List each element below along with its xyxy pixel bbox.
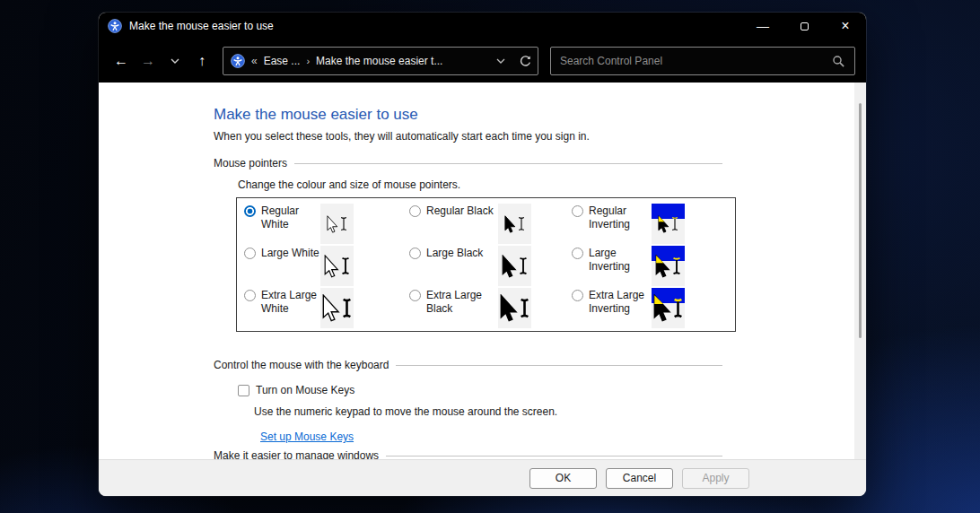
dialog-footer: OK Cancel Apply bbox=[99, 459, 866, 496]
refresh-icon[interactable] bbox=[519, 55, 532, 68]
settings-page: Make the mouse easier to use When you se… bbox=[99, 83, 866, 459]
pointer-option-extra-large-white[interactable]: Extra Large White bbox=[244, 287, 409, 329]
pointer-preview-white bbox=[320, 246, 354, 286]
radio-button[interactable] bbox=[572, 290, 583, 301]
pointer-preview-inverting bbox=[652, 246, 685, 286]
minimize-button[interactable]: — bbox=[742, 13, 783, 39]
ease-of-access-icon bbox=[108, 19, 122, 33]
pointer-option-extra-large-black[interactable]: Extra Large Black bbox=[409, 287, 572, 329]
breadcrumb-current-page[interactable]: Make the mouse easier t... bbox=[316, 55, 442, 67]
mouse-keys-hint: Use the numeric keypad to move the mouse… bbox=[254, 405, 722, 418]
pointer-option-large-inverting[interactable]: Large Inverting bbox=[572, 245, 735, 287]
pointer-option-label: Extra Large White bbox=[261, 289, 320, 316]
forward-button[interactable]: → bbox=[135, 53, 162, 69]
manage-windows-group-header: Make it easier to manage windows bbox=[214, 449, 722, 459]
caption-controls: — × bbox=[742, 13, 866, 39]
group-rule bbox=[294, 163, 722, 164]
pointer-option-label: Extra Large Inverting bbox=[589, 289, 652, 316]
pointer-option-label: Large White bbox=[261, 247, 320, 260]
page-title: Make the mouse easier to use bbox=[214, 83, 722, 124]
pointer-options-grid: Regular White Regular Black Regular Inve… bbox=[236, 197, 736, 332]
pointer-option-regular-white[interactable]: Regular White bbox=[244, 203, 409, 245]
apply-button[interactable]: Apply bbox=[682, 468, 749, 489]
mouse-keys-checkbox-label: Turn on Mouse Keys bbox=[256, 384, 354, 396]
pointer-option-extra-large-inverting[interactable]: Extra Large Inverting bbox=[572, 287, 735, 329]
pointer-option-regular-inverting[interactable]: Regular Inverting bbox=[572, 203, 735, 245]
pointer-preview-white bbox=[320, 204, 354, 244]
ok-button[interactable]: OK bbox=[529, 468, 597, 489]
radio-button[interactable] bbox=[409, 248, 421, 259]
pointer-option-label: Regular White bbox=[261, 204, 320, 231]
control-panel-window: Make the mouse easier to use — × ← → ↑ «… bbox=[99, 13, 866, 496]
address-dropdown-chevron-icon[interactable] bbox=[495, 57, 506, 65]
address-bar[interactable]: « Ease ... › Make the mouse easier t... bbox=[223, 47, 538, 75]
radio-button[interactable] bbox=[409, 205, 421, 217]
pointer-option-regular-black[interactable]: Regular Black bbox=[409, 203, 572, 245]
window-title: Make the mouse easier to use bbox=[129, 20, 274, 32]
radio-button[interactable] bbox=[244, 248, 256, 259]
mouse-keys-group-header: Control the mouse with the keyboard bbox=[214, 359, 722, 371]
pointer-preview-black bbox=[498, 288, 531, 328]
up-button[interactable]: ↑ bbox=[188, 53, 215, 69]
page-subtitle: When you select these tools, they will a… bbox=[214, 130, 722, 143]
pointers-description: Change the colour and size of mouse poin… bbox=[238, 178, 722, 191]
search-input[interactable] bbox=[560, 55, 832, 67]
vertical-scrollbar[interactable] bbox=[854, 83, 866, 459]
breadcrumb-ease-of-access[interactable]: Ease ... bbox=[264, 55, 301, 67]
pointer-option-label: Regular Inverting bbox=[589, 204, 652, 231]
radio-button[interactable] bbox=[572, 248, 583, 259]
pointer-option-label: Large Black bbox=[426, 247, 498, 260]
turn-on-mouse-keys-row[interactable]: Turn on Mouse Keys bbox=[238, 384, 722, 396]
maximize-icon bbox=[801, 22, 809, 30]
scrollbar-thumb[interactable] bbox=[859, 103, 862, 338]
pointer-preview-inverting bbox=[652, 204, 685, 244]
breadcrumb-overflow[interactable]: « bbox=[251, 55, 258, 67]
chevron-down-icon bbox=[170, 57, 180, 65]
back-button[interactable]: ← bbox=[108, 53, 135, 69]
pointer-option-label: Large Inverting bbox=[589, 247, 652, 274]
search-icon[interactable] bbox=[832, 55, 845, 68]
group-rule bbox=[386, 456, 722, 456]
pointer-option-large-white[interactable]: Large White bbox=[244, 245, 409, 287]
maximize-button[interactable] bbox=[783, 13, 825, 39]
pointer-option-large-black[interactable]: Large Black bbox=[409, 245, 572, 287]
pointer-preview-white bbox=[320, 288, 354, 328]
set-up-mouse-keys-link[interactable]: Set up Mouse Keys bbox=[260, 430, 354, 443]
pointer-option-label: Regular Black bbox=[426, 204, 498, 218]
close-button[interactable]: × bbox=[825, 13, 866, 39]
pointer-option-label: Extra Large Black bbox=[426, 289, 498, 316]
recent-pages-dropdown[interactable] bbox=[162, 57, 188, 65]
pointer-preview-black bbox=[498, 204, 531, 244]
pointer-preview-black bbox=[498, 246, 531, 286]
radio-button[interactable] bbox=[572, 205, 583, 217]
search-box[interactable] bbox=[550, 47, 855, 75]
radio-button[interactable] bbox=[244, 205, 256, 217]
pointer-preview-inverting bbox=[652, 288, 685, 328]
content-area: Make the mouse easier to use When you se… bbox=[99, 83, 866, 459]
mouse-keys-checkbox[interactable] bbox=[238, 385, 249, 396]
radio-button[interactable] bbox=[409, 290, 421, 301]
mouse-pointers-group-header: Mouse pointers bbox=[214, 157, 722, 170]
titlebar[interactable]: Make the mouse easier to use — × bbox=[99, 13, 866, 39]
radio-button[interactable] bbox=[244, 290, 256, 301]
navigation-bar: ← → ↑ « Ease ... › Make the mouse easier… bbox=[99, 39, 866, 83]
cancel-button[interactable]: Cancel bbox=[606, 468, 673, 489]
ease-of-access-icon bbox=[231, 54, 245, 68]
breadcrumb-separator: › bbox=[306, 56, 310, 66]
group-rule bbox=[396, 365, 722, 366]
